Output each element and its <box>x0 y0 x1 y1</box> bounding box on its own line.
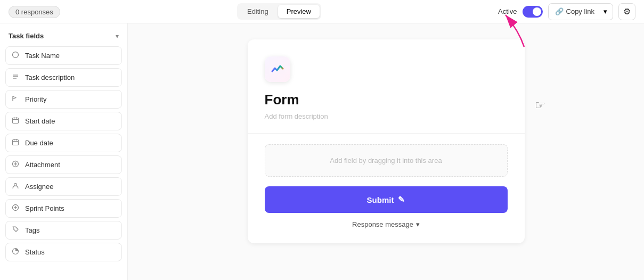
active-toggle[interactable] <box>523 6 543 18</box>
drop-area: Add field by dragging it into this area <box>265 144 508 177</box>
sidebar-title: Task fields <box>9 32 44 40</box>
field-label-assignee: Assignee <box>25 183 53 191</box>
svg-rect-8 <box>13 140 19 145</box>
copy-link-label: Copy link <box>566 7 594 15</box>
form-card: Form Add form description Add field by d… <box>248 39 525 243</box>
assignee-icon <box>11 182 20 191</box>
field-label-task-description: Task description <box>25 73 75 81</box>
field-label-due-date: Due date <box>25 139 53 147</box>
sidebar-item-status[interactable]: Status <box>5 243 122 261</box>
sidebar-header: Task fields ▾ <box>5 30 122 46</box>
link-icon: 🔗 <box>555 7 564 15</box>
response-message[interactable]: Response message ▾ <box>265 220 508 228</box>
chevron-down-icon: ▾ <box>604 7 607 15</box>
layout: Task fields ▾ Task Name Task description… <box>0 23 644 280</box>
task-description-icon <box>11 73 20 82</box>
sidebar-collapse-icon[interactable]: ▾ <box>116 32 119 40</box>
settings-button[interactable]: ⚙ <box>618 3 635 20</box>
topbar-actions: Active 🔗 Copy link ▾ ⚙ <box>498 3 635 20</box>
gear-icon: ⚙ <box>623 6 631 17</box>
sidebar: Task fields ▾ Task Name Task description… <box>0 23 128 280</box>
tab-group: Editing Preview <box>237 3 321 20</box>
topbar: 0 responses Editing Preview Active 🔗 Cop… <box>0 0 644 23</box>
field-label-start-date: Start date <box>25 117 55 125</box>
field-label-status: Status <box>25 248 45 256</box>
sidebar-item-sprint-points[interactable]: Sprint Points <box>5 199 122 218</box>
field-label-priority: Priority <box>25 95 46 103</box>
field-label-attachment: Attachment <box>25 161 60 169</box>
priority-icon <box>11 95 20 104</box>
field-label-tags: Tags <box>25 226 39 234</box>
response-chevron-icon: ▾ <box>416 220 420 228</box>
sprint-points-icon <box>11 204 20 213</box>
sidebar-item-tags[interactable]: Tags <box>5 221 122 240</box>
sidebar-item-task-name[interactable]: Task Name <box>5 46 122 65</box>
form-description-placeholder[interactable]: Add form description <box>265 112 508 120</box>
sidebar-item-start-date[interactable]: Start date <box>5 112 122 130</box>
responses-badge: 0 responses <box>9 6 60 18</box>
sidebar-item-task-description[interactable]: Task description <box>5 68 122 87</box>
copy-link-button[interactable]: 🔗 Copy link <box>548 3 601 20</box>
response-message-label: Response message <box>352 220 413 228</box>
due-date-icon <box>11 138 20 147</box>
copy-link-chevron[interactable]: ▾ <box>598 3 613 20</box>
field-list: Task Name Task description Priority Star… <box>5 46 122 261</box>
form-header: Form Add form description <box>248 39 525 134</box>
sidebar-item-attachment[interactable]: Attachment <box>5 155 122 174</box>
svg-point-0 <box>13 52 19 58</box>
tab-editing[interactable]: Editing <box>239 5 277 18</box>
submit-label: Submit <box>367 195 394 204</box>
active-label: Active <box>498 7 517 15</box>
tags-icon <box>11 226 20 235</box>
tab-preview[interactable]: Preview <box>278 5 320 18</box>
edit-icon: ✎ <box>398 195 405 204</box>
field-label-sprint-points: Sprint Points <box>25 204 64 212</box>
submit-button[interactable]: Submit ✎ <box>265 186 508 213</box>
sidebar-item-assignee[interactable]: Assignee <box>5 177 122 196</box>
status-icon <box>11 248 20 257</box>
form-logo <box>265 56 290 82</box>
field-label-task-name: Task Name <box>25 52 60 60</box>
attachment-icon <box>11 160 20 169</box>
form-body: Add field by dragging it into this area … <box>248 134 525 243</box>
copy-link-wrapper: 🔗 Copy link ▾ <box>548 3 613 20</box>
main-content: Form Add form description Add field by d… <box>128 23 644 280</box>
svg-point-19 <box>14 228 15 229</box>
logo-icon <box>270 62 285 77</box>
svg-rect-4 <box>13 118 19 123</box>
start-date-icon <box>11 117 20 126</box>
sidebar-item-due-date[interactable]: Due date <box>5 134 122 152</box>
task-name-icon <box>11 51 20 60</box>
form-title: Form <box>265 92 508 108</box>
sidebar-item-priority[interactable]: Priority <box>5 90 122 109</box>
